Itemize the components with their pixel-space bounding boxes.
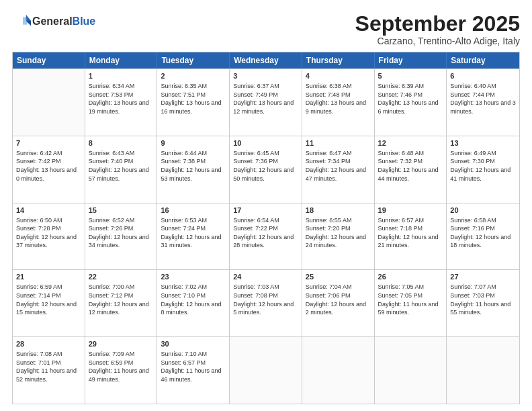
sunset-time: Sunset: 7:06 PM (306, 292, 351, 299)
day-info: Sunrise: 6:59 AMSunset: 7:14 PMDaylight:… (16, 283, 81, 316)
daylight-hours: Daylight: 13 hours and 3 minutes. (450, 99, 516, 115)
sunrise-time: Sunrise: 6:35 AM (161, 83, 207, 89)
day-number: 8 (89, 138, 154, 148)
daylight-hours: Daylight: 12 hours and 37 minutes. (16, 234, 77, 249)
calendar-cell (230, 337, 302, 404)
sunrise-time: Sunrise: 6:38 AM (306, 83, 352, 89)
calendar-row-5: 28Sunrise: 7:08 AMSunset: 7:01 PMDayligh… (13, 336, 519, 404)
calendar-cell: 8Sunrise: 6:43 AMSunset: 7:40 PMDaylight… (85, 136, 158, 203)
calendar-cell: 20Sunrise: 6:58 AMSunset: 7:16 PMDayligh… (447, 203, 519, 270)
day-number: 12 (378, 138, 443, 148)
sunrise-time: Sunrise: 6:37 AM (233, 83, 279, 89)
sunset-time: Sunset: 7:24 PM (161, 225, 206, 232)
logo-blue: Blue (73, 15, 96, 28)
day-info: Sunrise: 6:37 AMSunset: 7:49 PMDaylight:… (233, 82, 298, 116)
daylight-hours: Daylight: 13 hours and 9 minutes. (306, 99, 366, 115)
day-info: Sunrise: 7:07 AMSunset: 7:03 PMDaylight:… (450, 283, 516, 316)
sunset-time: Sunset: 7:49 PM (233, 91, 278, 98)
calendar-cell (447, 337, 519, 404)
day-number: 19 (378, 205, 443, 216)
sunset-time: Sunset: 7:01 PM (16, 359, 61, 366)
sunrise-time: Sunrise: 7:07 AM (450, 283, 496, 290)
calendar-cell: 14Sunrise: 6:50 AMSunset: 7:28 PMDayligh… (13, 203, 85, 270)
sunset-time: Sunset: 7:36 PM (233, 158, 278, 165)
svg-marker-2 (23, 17, 28, 24)
day-info: Sunrise: 6:39 AMSunset: 7:46 PMDaylight:… (378, 82, 443, 116)
day-number: 1 (89, 71, 154, 81)
day-info: Sunrise: 7:02 AMSunset: 7:10 PMDaylight:… (161, 283, 226, 316)
day-number: 20 (450, 205, 516, 216)
day-info: Sunrise: 6:53 AMSunset: 7:24 PMDaylight:… (161, 216, 226, 250)
daylight-hours: Daylight: 12 hours and 41 minutes. (450, 167, 511, 182)
sunrise-time: Sunrise: 6:45 AM (233, 150, 279, 156)
subtitle: Carzano, Trentino-Alto Adige, Italy (355, 36, 520, 46)
calendar-cell: 23Sunrise: 7:02 AMSunset: 7:10 PMDayligh… (157, 270, 230, 336)
daylight-hours: Daylight: 12 hours and 53 minutes. (161, 167, 221, 182)
calendar-cell (302, 337, 375, 404)
calendar-cell: 26Sunrise: 7:05 AMSunset: 7:05 PMDayligh… (375, 270, 447, 336)
calendar-cell: 28Sunrise: 7:08 AMSunset: 7:01 PMDayligh… (13, 337, 85, 404)
calendar-cell: 27Sunrise: 7:07 AMSunset: 7:03 PMDayligh… (447, 270, 519, 336)
day-number: 25 (306, 272, 371, 282)
daylight-hours: Daylight: 12 hours and 5 minutes. (233, 301, 294, 316)
sunrise-time: Sunrise: 6:53 AM (161, 217, 207, 224)
logo-text: General Blue (32, 15, 95, 28)
calendar-row-1: 1Sunrise: 6:34 AMSunset: 7:53 PMDaylight… (13, 68, 519, 136)
daylight-hours: Daylight: 12 hours and 57 minutes. (89, 167, 149, 182)
daylight-hours: Daylight: 11 hours and 52 minutes. (16, 367, 77, 383)
daylight-hours: Daylight: 11 hours and 55 minutes. (450, 301, 511, 316)
daylight-hours: Daylight: 12 hours and 21 minutes. (378, 234, 439, 249)
calendar-row-3: 14Sunrise: 6:50 AMSunset: 7:28 PMDayligh… (13, 203, 519, 270)
day-info: Sunrise: 6:50 AMSunset: 7:28 PMDaylight:… (16, 216, 81, 250)
calendar-row-4: 21Sunrise: 6:59 AMSunset: 7:14 PMDayligh… (13, 269, 519, 336)
day-info: Sunrise: 7:03 AMSunset: 7:08 PMDaylight:… (233, 283, 298, 316)
daylight-hours: Daylight: 12 hours and 12 minutes. (89, 301, 149, 316)
daylight-hours: Daylight: 13 hours and 16 minutes. (161, 99, 221, 115)
day-info: Sunrise: 7:00 AMSunset: 7:12 PMDaylight:… (89, 283, 154, 316)
sunrise-time: Sunrise: 7:05 AM (378, 283, 425, 290)
calendar-cell: 15Sunrise: 6:52 AMSunset: 7:26 PMDayligh… (85, 203, 158, 270)
calendar-cell: 3Sunrise: 6:37 AMSunset: 7:49 PMDaylight… (230, 69, 302, 136)
calendar-row-2: 7Sunrise: 6:42 AMSunset: 7:42 PMDaylight… (13, 136, 519, 203)
sunset-time: Sunset: 7:46 PM (378, 91, 423, 98)
day-number: 16 (161, 205, 226, 216)
day-info: Sunrise: 6:38 AMSunset: 7:48 PMDaylight:… (306, 82, 371, 116)
day-number: 29 (89, 339, 154, 349)
sunrise-time: Sunrise: 6:43 AM (89, 150, 135, 156)
sunrise-time: Sunrise: 6:54 AM (233, 217, 279, 224)
day-number: 6 (450, 71, 516, 81)
day-info: Sunrise: 6:35 AMSunset: 7:51 PMDaylight:… (161, 82, 226, 116)
calendar-cell: 29Sunrise: 7:09 AMSunset: 6:59 PMDayligh… (85, 337, 158, 404)
header-saturday: Saturday (447, 52, 519, 68)
calendar-cell: 16Sunrise: 6:53 AMSunset: 7:24 PMDayligh… (157, 203, 230, 270)
day-info: Sunrise: 6:52 AMSunset: 7:26 PMDaylight:… (89, 216, 154, 250)
calendar-cell: 6Sunrise: 6:40 AMSunset: 7:44 PMDaylight… (447, 69, 519, 136)
daylight-hours: Daylight: 12 hours and 24 minutes. (306, 234, 366, 249)
day-number: 18 (306, 205, 371, 216)
day-number: 14 (16, 205, 81, 216)
day-number: 24 (233, 272, 298, 282)
sunset-time: Sunset: 7:12 PM (89, 292, 134, 299)
day-number: 15 (89, 205, 154, 216)
day-number: 21 (16, 272, 81, 282)
calendar-cell: 9Sunrise: 6:44 AMSunset: 7:38 PMDaylight… (157, 136, 230, 203)
sunrise-time: Sunrise: 6:39 AM (378, 83, 425, 89)
day-info: Sunrise: 6:57 AMSunset: 7:18 PMDaylight:… (378, 216, 443, 250)
sunset-time: Sunset: 7:48 PM (306, 91, 351, 98)
sunrise-time: Sunrise: 7:00 AM (89, 283, 135, 290)
calendar-cell: 18Sunrise: 6:55 AMSunset: 7:20 PMDayligh… (302, 203, 375, 270)
day-info: Sunrise: 6:44 AMSunset: 7:38 PMDaylight:… (161, 149, 226, 183)
day-info: Sunrise: 7:05 AMSunset: 7:05 PMDaylight:… (378, 283, 443, 316)
sunset-time: Sunset: 7:44 PM (450, 91, 495, 98)
daylight-hours: Daylight: 12 hours and 44 minutes. (378, 167, 439, 182)
calendar-cell: 30Sunrise: 7:10 AMSunset: 6:57 PMDayligh… (157, 337, 230, 404)
day-number: 10 (233, 138, 298, 148)
sunrise-time: Sunrise: 7:08 AM (16, 351, 62, 357)
sunset-time: Sunset: 7:53 PM (89, 91, 134, 98)
sunrise-time: Sunrise: 6:42 AM (16, 150, 62, 156)
calendar-cell: 17Sunrise: 6:54 AMSunset: 7:22 PMDayligh… (230, 203, 302, 270)
daylight-hours: Daylight: 12 hours and 15 minutes. (16, 301, 77, 316)
sunset-time: Sunset: 7:51 PM (161, 91, 206, 98)
sunrise-time: Sunrise: 7:04 AM (306, 283, 352, 290)
calendar-cell: 19Sunrise: 6:57 AMSunset: 7:18 PMDayligh… (375, 203, 447, 270)
